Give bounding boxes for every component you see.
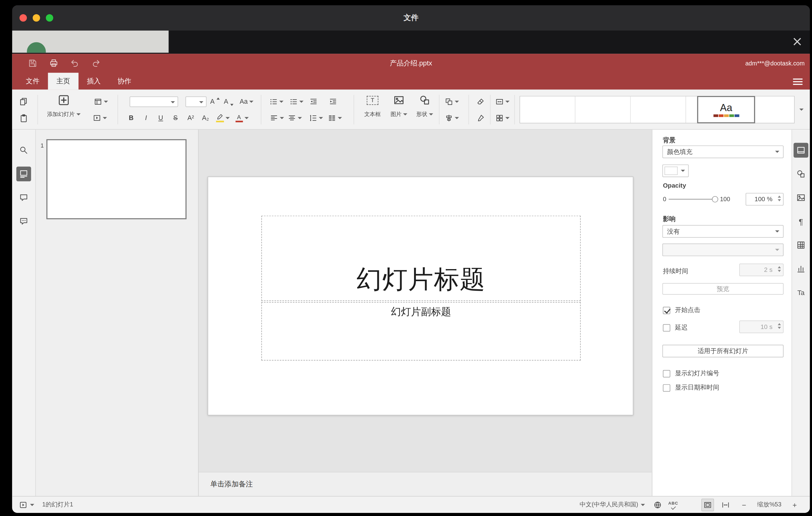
strikeout-button[interactable]: S	[169, 112, 182, 124]
paragraph-settings-tab[interactable]: ¶	[793, 214, 808, 229]
font-name-select[interactable]	[129, 96, 178, 107]
menu-icon[interactable]	[792, 77, 804, 85]
insert-shape-button[interactable]: 形状	[412, 92, 437, 126]
close-icon[interactable]	[789, 33, 806, 50]
slide-title-text[interactable]: 幻灯片标题	[356, 263, 485, 296]
minimize-window-button[interactable]	[33, 14, 40, 22]
increase-indent-button[interactable]	[326, 95, 340, 108]
clear-style-button[interactable]	[473, 95, 487, 108]
tab-insert[interactable]: 插入	[78, 73, 109, 90]
image-settings-tab[interactable]	[793, 191, 808, 205]
subtitle-placeholder[interactable]: 幻灯片副标题	[261, 302, 581, 361]
slide-canvas[interactable]: 幻灯片标题 幻灯片副标题	[199, 130, 652, 471]
duration-input[interactable]: 2 s	[739, 263, 783, 276]
theme-item[interactable]	[520, 96, 575, 123]
chart-settings-tab[interactable]	[793, 261, 808, 276]
slide-size-button[interactable]	[493, 95, 511, 108]
add-slide-button[interactable]: 添加幻灯片	[44, 92, 84, 126]
notes-area[interactable]: 单击添加备注	[199, 472, 652, 496]
subscript-button[interactable]: A₂	[199, 112, 212, 124]
chat-button[interactable]	[16, 214, 31, 229]
change-case-button[interactable]: Aa	[237, 95, 256, 108]
background-fill-select[interactable]: 颜色填充	[662, 145, 784, 158]
start-slideshow-status-button[interactable]	[19, 500, 27, 509]
increase-font-button[interactable]: A	[208, 95, 222, 108]
slide-thumbnail[interactable]	[46, 139, 186, 220]
insert-columns-button[interactable]	[326, 112, 343, 124]
zoom-window-button[interactable]	[46, 14, 53, 22]
fit-width-button[interactable]	[719, 498, 732, 511]
slider-track[interactable]	[669, 199, 717, 200]
insert-image-button[interactable]: 图片	[387, 92, 411, 126]
background-color-swatch[interactable]	[662, 165, 689, 177]
highlight-color-button[interactable]	[214, 112, 231, 124]
spellcheck-button[interactable]: ABC	[668, 501, 678, 508]
search-button[interactable]	[16, 143, 31, 158]
decrease-font-button[interactable]: A	[222, 95, 235, 108]
slider-knob[interactable]	[712, 196, 718, 202]
fit-slide-button[interactable]	[701, 498, 714, 511]
close-window-button[interactable]	[20, 14, 27, 22]
tab-home[interactable]: 主页	[48, 73, 78, 90]
copy-button[interactable]	[17, 95, 30, 108]
effect-value: 没有	[667, 227, 680, 236]
delay-checkbox[interactable]	[663, 324, 670, 332]
language-select[interactable]: 中文(中华人民共和国)	[580, 501, 645, 509]
copy-style-button[interactable]	[473, 112, 487, 124]
comments-button[interactable]	[16, 191, 31, 205]
tab-file[interactable]: 文件	[17, 73, 48, 90]
effect-select[interactable]: 没有	[662, 225, 784, 238]
title-placeholder[interactable]: 幻灯片标题	[261, 216, 581, 301]
font-color-bar	[235, 120, 243, 122]
numbering-button[interactable]	[288, 95, 305, 108]
slide[interactable]: 幻灯片标题 幻灯片副标题	[208, 176, 633, 415]
delay-spinner[interactable]	[778, 323, 781, 329]
zoom-out-button[interactable]: −	[739, 500, 749, 509]
table-settings-tab[interactable]	[793, 238, 808, 253]
font-color-button[interactable]: A	[234, 112, 251, 124]
insert-textbox-button[interactable]: T 文本框	[360, 92, 385, 126]
delay-input[interactable]: 10 s	[739, 320, 783, 333]
slides-tab-button[interactable]	[16, 167, 31, 181]
document-language-button[interactable]	[654, 500, 662, 509]
start-slideshow-button[interactable]	[91, 112, 108, 124]
theme-item-selected[interactable]: Aa	[697, 96, 755, 123]
vertical-align-button[interactable]	[286, 112, 303, 124]
theme-item[interactable]	[575, 96, 631, 123]
zoom-in-button[interactable]: +	[790, 500, 799, 509]
arrange-shape-button[interactable]	[443, 95, 461, 108]
slideshow-options-chevron-icon[interactable]	[30, 504, 34, 506]
opacity-slider[interactable]	[669, 196, 717, 203]
superscript-button[interactable]: A²	[184, 112, 198, 124]
slide-settings-tab[interactable]	[793, 143, 808, 158]
effect-type-select[interactable]	[662, 243, 784, 256]
apply-all-button[interactable]: 适用于所有幻灯片	[662, 345, 784, 357]
tab-collaboration[interactable]: 协作	[109, 73, 140, 90]
bullets-button[interactable]	[268, 95, 285, 108]
theme-gallery-expand-button[interactable]	[795, 104, 808, 116]
slide-thumbnails-panel: 1	[36, 130, 199, 496]
background-fill-value: 颜色填充	[667, 147, 692, 156]
opacity-input[interactable]: 100 %	[746, 193, 784, 205]
duration-spinner[interactable]	[778, 266, 781, 272]
opacity-spinner[interactable]	[778, 196, 781, 202]
italic-button[interactable]: I	[140, 112, 152, 124]
textart-settings-tab[interactable]: Ta	[793, 285, 808, 300]
bold-button[interactable]: B	[125, 112, 138, 124]
horizontal-align-button[interactable]	[268, 112, 285, 124]
color-scheme-button[interactable]	[493, 112, 511, 124]
decrease-indent-button[interactable]	[307, 95, 320, 108]
theme-item[interactable]	[631, 96, 686, 123]
preview-button[interactable]: 预览	[662, 283, 784, 295]
slide-layout-button[interactable]	[92, 95, 109, 108]
show-date-time-checkbox[interactable]	[663, 384, 670, 391]
paste-button[interactable]	[17, 112, 30, 124]
underline-button[interactable]: U	[154, 112, 167, 124]
shape-settings-tab[interactable]	[793, 167, 808, 181]
slide-subtitle-text[interactable]: 幻灯片副标题	[391, 305, 451, 319]
start-on-click-checkbox[interactable]	[663, 307, 670, 314]
line-spacing-button[interactable]	[307, 112, 324, 124]
show-slide-number-checkbox[interactable]	[663, 370, 670, 377]
font-size-select[interactable]	[185, 96, 206, 107]
align-shape-button[interactable]	[443, 112, 461, 124]
